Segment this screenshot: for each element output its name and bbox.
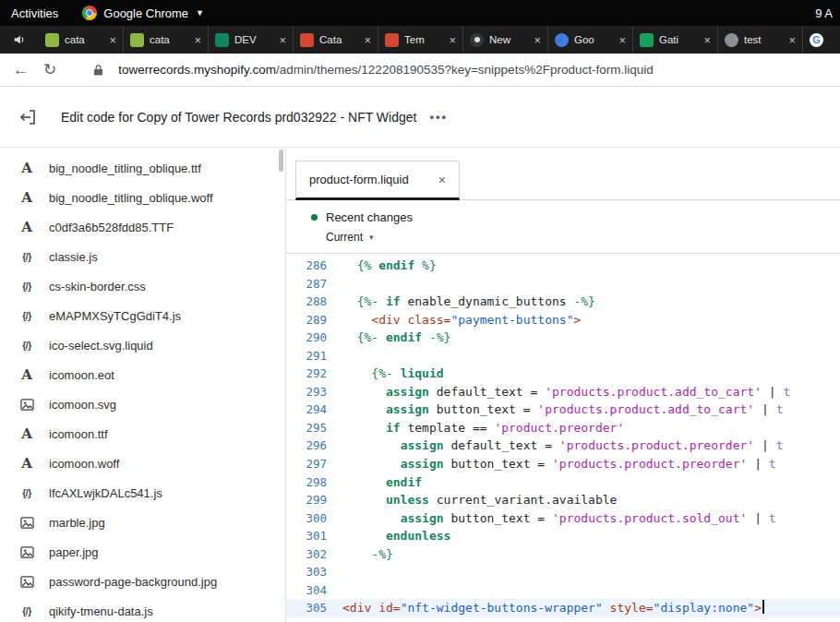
file-item[interactable]: {/}classie.js [0,242,285,271]
code-line[interactable]: 294 assign button_text = 'products.produ… [286,401,840,419]
code-token [342,258,357,272]
code-line[interactable]: 304 [286,581,840,600]
line-number: 300 [286,509,327,528]
file-item[interactable]: icomoon.svg [0,389,285,419]
file-item[interactable]: {/}eMAPMXSyTCgGdiT4.js [0,301,285,330]
lock-icon[interactable] [93,64,103,77]
close-icon[interactable]: × [438,173,446,187]
tab-close-icon[interactable]: × [788,33,796,47]
code-line[interactable]: 298 endif [286,473,840,492]
browser-tab[interactable]: cata× [124,26,209,54]
code-line[interactable]: 300 assign button_text = 'products.produ… [286,509,840,528]
tab-close-icon[interactable]: × [109,33,116,47]
browser-tab[interactable]: cata× [39,26,124,54]
code-line[interactable]: 288 {%- if enable_dynamic_buttons -%} [286,293,840,311]
line-number: 302 [286,545,327,564]
tab-close-icon[interactable]: × [364,33,371,47]
version-dropdown[interactable]: Current ▾ [326,231,840,244]
activities-button[interactable]: Activities [11,6,58,20]
tab-close-icon[interactable]: × [534,33,541,47]
version-label: Current [326,231,363,244]
code-file-icon: {/} [18,281,35,292]
font-file-icon: A [18,366,35,383]
tab-close-icon[interactable]: × [618,33,626,47]
code-line[interactable]: 293 assign default_text = 'products.prod… [286,383,840,401]
code-file-icon: {/} [18,605,35,616]
speaker-icon[interactable] [0,26,39,54]
tab-close-icon[interactable]: × [703,33,711,47]
code-line[interactable]: 301 endunless [286,527,840,545]
app-menu-button[interactable]: Google Chrome ▼ [82,6,204,20]
code-text: {%- endif -%} [327,329,840,347]
editor-tab-bar: product-form.liquid × [286,148,840,200]
file-item[interactable]: {/}cs-skin-border.css [0,271,285,301]
code-line[interactable]: 291 [286,347,840,365]
url-bar[interactable]: towerrecords.myshopify.com/admin/themes/… [118,63,653,77]
code-line[interactable]: 297 assign button_text = 'products.produ… [286,455,840,473]
file-item[interactable]: {/}lfcAXLwjkDALc541.js [0,478,285,508]
browser-tab[interactable]: Cata× [294,26,378,54]
file-item[interactable]: paper.jpg [0,537,285,567]
exit-code-editor-icon[interactable] [18,108,37,126]
file-item[interactable]: Abig_noodle_titling_oblique.ttf [0,153,285,183]
code-token: <div [342,601,371,615]
browser-tab[interactable]: Goo× [548,26,633,54]
browser-tab[interactable]: Tem× [378,26,463,54]
code-token: -%} [422,330,450,344]
browser-tab[interactable]: DEV× [209,26,294,54]
code-token [342,438,401,452]
code-line[interactable]: 295 if template == 'product.preorder' [286,419,840,437]
code-text: assign button_text = 'products.product.s… [327,509,840,528]
code-line[interactable]: 302 -%} [286,545,840,564]
code-line[interactable]: 299 unless current_variant.available [286,491,840,509]
file-item[interactable]: Aicomoon.ttf [0,419,285,449]
file-item[interactable]: marble.jpg [0,508,285,537]
file-item[interactable]: {/}ico-select.svg.liquid [0,330,285,360]
code-token: 'products.product.add_to_cart' [537,402,754,416]
page-title: Edit code for Copy of Tower Records prd0… [61,110,416,125]
browser-tab[interactable]: test× [718,26,803,54]
code-token: t [783,385,790,399]
code-line[interactable]: 292 {%- liquid [286,365,840,383]
globe-favicon [725,33,738,47]
line-number: 301 [286,527,327,545]
file-name: icomoon.woff [49,457,119,471]
code-line[interactable]: 287 [286,275,840,293]
sidebar-scrollbar[interactable] [279,150,283,172]
back-button[interactable]: ← [13,62,29,78]
file-item[interactable]: Ac0df3a6b528fdd85.TTF [0,212,285,242]
code-area[interactable]: 286 {% endif %}287288 {%- if enable_dyna… [286,254,840,622]
file-item[interactable]: Aicomoon.woff [0,449,285,478]
code-token: if [386,294,401,308]
line-number: 304 [286,581,327,600]
code-line[interactable]: 305<div id="nft-widget-buttons-wrapper" … [286,599,840,617]
browser-tab[interactable]: G [803,26,840,54]
tab-close-icon[interactable]: × [449,33,456,47]
system-top-bar: Activities Google Chrome ▼ 9 A [0,0,840,26]
file-item[interactable]: Abig_noodle_titling_oblique.woff [0,183,285,212]
file-item[interactable]: Aicomoon.eot [0,360,285,389]
more-actions-button[interactable]: ••• [429,110,448,124]
code-line[interactable]: 303 [286,563,840,581]
code-token [342,366,371,380]
code-line[interactable]: 289 <div class="payment-buttons"> [286,311,840,329]
tab-close-icon[interactable]: × [279,33,286,47]
code-token [342,385,386,399]
editor-tab-product-form[interactable]: product-form.liquid × [295,161,460,200]
code-line[interactable]: 286 {% endif %} [286,257,840,275]
system-clock[interactable]: 9 A [815,6,833,20]
code-line[interactable]: 290 {%- endif -%} [286,329,840,347]
browser-tab[interactable]: New× [463,26,548,54]
file-item[interactable]: {/}qikify-tmenu-data.js [0,596,285,622]
code-text [327,275,840,293]
browser-tab[interactable]: Gati× [633,26,718,54]
file-item[interactable]: password-page-background.jpg [0,567,285,596]
line-number: 298 [286,473,327,492]
chevron-down-icon: ▼ [196,8,204,18]
code-text: endunless [327,527,840,545]
reload-button[interactable]: ↻ [43,62,56,78]
font-file-icon: A [18,455,35,472]
font-file-icon: A [18,189,35,206]
code-line[interactable]: 296 assign default_text = 'products.prod… [286,437,840,455]
tab-close-icon[interactable]: × [194,33,201,47]
